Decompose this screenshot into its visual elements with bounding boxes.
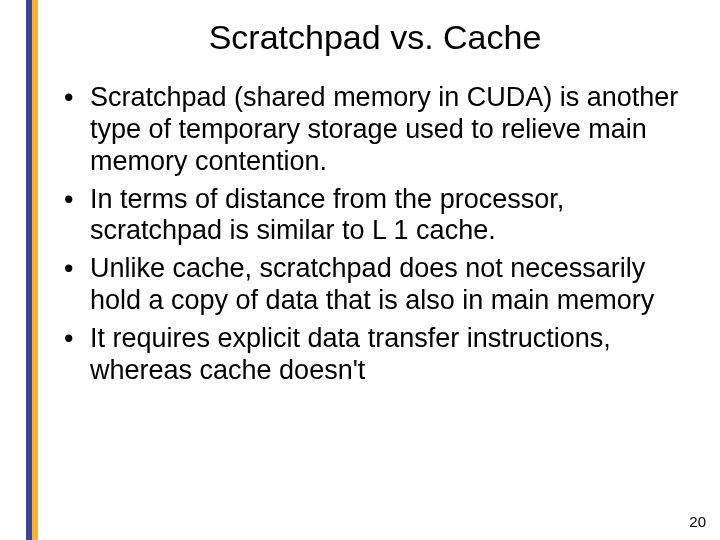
bullet-item: Unlike cache, scratchpad does not necess… [60, 253, 684, 317]
accent-stripe-orange [32, 0, 38, 540]
slide-body: Scratchpad (shared memory in CUDA) is an… [60, 82, 684, 393]
bullet-item: It requires explicit data transfer instr… [60, 323, 684, 387]
slide: Scratchpad vs. Cache Scratchpad (shared … [0, 0, 720, 540]
page-number: 20 [689, 513, 706, 530]
slide-title: Scratchpad vs. Cache [60, 18, 690, 57]
bullet-item: Scratchpad (shared memory in CUDA) is an… [60, 82, 684, 178]
bullet-item: In terms of distance from the processor,… [60, 184, 684, 248]
bullet-list: Scratchpad (shared memory in CUDA) is an… [60, 82, 684, 387]
